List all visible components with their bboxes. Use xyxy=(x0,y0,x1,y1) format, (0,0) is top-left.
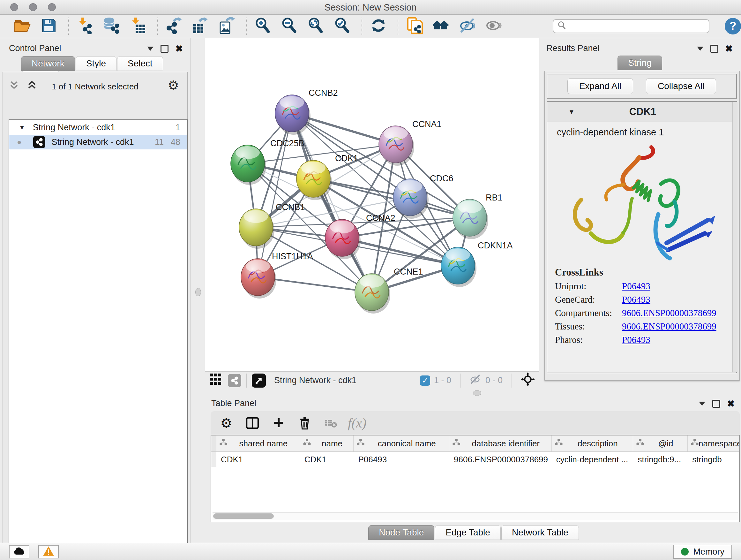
bottom-splitter-handle[interactable] xyxy=(473,390,481,396)
memory-button[interactable]: Memory xyxy=(673,545,732,559)
table-row[interactable]: CDK1CDK1P064939606.ENSP00000378699cyclin… xyxy=(211,452,739,467)
results-panel-float-icon[interactable] xyxy=(711,45,718,53)
grid-view-icon[interactable] xyxy=(209,373,222,388)
crosslink-link[interactable]: P06493 xyxy=(622,281,650,292)
table-panel-collapse-icon[interactable] xyxy=(699,401,705,406)
memory-label: Memory xyxy=(693,547,724,557)
refresh-view-button[interactable] xyxy=(369,17,387,36)
crosslink-link[interactable]: P06493 xyxy=(622,294,650,305)
zoom-selected-button[interactable] xyxy=(333,17,351,36)
tab-network-table[interactable]: Network Table xyxy=(501,525,579,540)
delete-table-icon[interactable] xyxy=(322,414,340,432)
crosslink-label: Tissues: xyxy=(555,321,622,332)
network-share-view-icon[interactable] xyxy=(228,374,241,387)
column-header-name[interactable]: name xyxy=(300,435,354,451)
zoom-in-button[interactable] xyxy=(254,17,272,36)
tab-edge-table[interactable]: Edge Table xyxy=(435,525,501,540)
network-node-CDKN1A[interactable] xyxy=(441,247,476,287)
clone-network-button[interactable] xyxy=(405,17,423,36)
network-node-CCNA1[interactable] xyxy=(379,126,414,166)
column-header-database-identifier[interactable]: database identifier xyxy=(449,435,552,451)
network-node-HIST1H1A[interactable] xyxy=(241,259,276,299)
table-cell[interactable]: stringdb:9... xyxy=(633,455,688,464)
selected-checkbox-icon[interactable]: ✓ xyxy=(420,375,430,386)
table-panel-float-icon[interactable] xyxy=(712,400,720,408)
network-node-CCNA2[interactable] xyxy=(325,219,360,259)
import-table-from-file-button[interactable] xyxy=(129,17,147,36)
tab-select[interactable]: Select xyxy=(117,56,163,71)
tab-style[interactable]: Style xyxy=(76,56,117,71)
table-horizontal-scrollbar[interactable] xyxy=(212,512,738,520)
column-header--id[interactable]: @id xyxy=(633,435,688,451)
network-row-selected[interactable]: ● String Network - cdk1 11 48 xyxy=(9,135,187,149)
warnings-button[interactable] xyxy=(38,545,59,558)
network-node-CDC6[interactable] xyxy=(393,179,428,219)
section-collapse-triangle-icon[interactable]: ▼ xyxy=(568,108,575,116)
table-cell[interactable]: cyclin-dependent ... xyxy=(552,455,633,464)
control-panel-close-icon[interactable]: ✖ xyxy=(176,46,183,52)
delete-column-trash-icon[interactable] xyxy=(295,414,314,432)
hidden-eye-slash-icon[interactable] xyxy=(469,373,482,388)
hide-selected-button[interactable] xyxy=(458,17,476,36)
table-cell[interactable]: CDK1 xyxy=(216,455,300,464)
help-button[interactable]: ? xyxy=(725,18,741,35)
expand-all-button[interactable]: Expand All xyxy=(567,78,633,94)
row-header[interactable] xyxy=(211,452,216,467)
column-header-description[interactable]: description xyxy=(552,435,633,451)
zoom-out-button[interactable] xyxy=(280,17,298,36)
results-scrollbar[interactable] xyxy=(732,102,738,372)
show-columns-icon[interactable] xyxy=(243,414,262,432)
tree-collapse-triangle-icon[interactable]: ▼ xyxy=(19,124,25,131)
network-node-RB1[interactable] xyxy=(453,199,488,239)
table-cell[interactable]: CDK1 xyxy=(300,455,354,464)
network-node-CDC25B[interactable] xyxy=(231,145,266,185)
function-builder-icon[interactable]: f(x) xyxy=(348,414,366,432)
column-header-canonical-name[interactable]: canonical name xyxy=(354,435,449,451)
left-splitter-handle[interactable] xyxy=(195,288,201,296)
scrollbar-thumb[interactable] xyxy=(213,513,274,519)
node-label-CDK1: CDK1 xyxy=(335,153,358,163)
column-header-namespace[interactable]: namespace xyxy=(688,435,739,451)
save-session-button[interactable] xyxy=(40,17,58,36)
network-view-canvas[interactable]: CCNB2CCNA1CDC25BCDK1CDC6RB1CCNB1CCNA2CDK… xyxy=(205,38,540,371)
show-all-button[interactable] xyxy=(485,17,503,36)
network-node-CCNB2[interactable] xyxy=(275,95,311,135)
gene-section-header[interactable]: ▼ CDK1 xyxy=(547,102,736,122)
collapse-all-button[interactable]: Collapse All xyxy=(646,78,716,94)
tab-node-table[interactable]: Node Table xyxy=(368,525,434,540)
tab-string[interactable]: String xyxy=(617,56,662,70)
add-column-plus-icon[interactable]: + xyxy=(269,413,288,433)
results-panel-collapse-icon[interactable] xyxy=(697,47,703,51)
export-image-button[interactable] xyxy=(218,17,236,36)
birds-eye-view-icon[interactable] xyxy=(252,374,266,388)
results-panel-close-icon[interactable]: ✖ xyxy=(725,46,733,52)
gear-icon[interactable]: ⚙ xyxy=(167,78,179,92)
crosslink-link[interactable]: 9606.ENSP00000378699 xyxy=(622,321,717,332)
network-node-CDK1[interactable] xyxy=(296,160,332,200)
import-network-from-file-button[interactable] xyxy=(76,17,94,36)
network-collection-row[interactable]: ▼ String Network - cdk1 1 xyxy=(9,120,187,135)
export-network-button[interactable] xyxy=(165,17,183,36)
search-input[interactable] xyxy=(553,19,710,33)
table-panel: Table Panel ✖ ⚙ + f(x) shared namenameca… xyxy=(207,396,741,543)
tab-network[interactable]: Network xyxy=(21,56,75,71)
table-cell[interactable]: P06493 xyxy=(354,455,449,464)
import-network-from-database-button[interactable] xyxy=(103,17,121,36)
crosslink-link[interactable]: P06493 xyxy=(622,334,650,345)
table-panel-close-icon[interactable]: ✖ xyxy=(727,401,735,407)
cloud-status-button[interactable] xyxy=(9,545,29,558)
zoom-fit-content-button[interactable] xyxy=(307,17,325,36)
crosshair-icon[interactable] xyxy=(521,372,535,388)
results-panel-title: Results Panel xyxy=(546,44,600,53)
control-panel-float-icon[interactable] xyxy=(160,45,169,53)
control-panel-collapse-icon[interactable] xyxy=(147,47,153,51)
crosslink-link[interactable]: 9606.ENSP00000378699 xyxy=(622,308,717,318)
show-neighborhood-button[interactable] xyxy=(432,17,450,36)
open-session-button[interactable] xyxy=(13,17,31,36)
column-header-shared-name[interactable]: shared name xyxy=(216,435,300,451)
network-node-CCNE1[interactable] xyxy=(355,273,390,314)
table-cell[interactable]: stringdb xyxy=(688,455,739,464)
export-table-button[interactable] xyxy=(192,17,210,36)
table-settings-gear-icon[interactable]: ⚙ xyxy=(217,414,235,432)
table-cell[interactable]: 9606.ENSP00000378699 xyxy=(449,455,552,464)
